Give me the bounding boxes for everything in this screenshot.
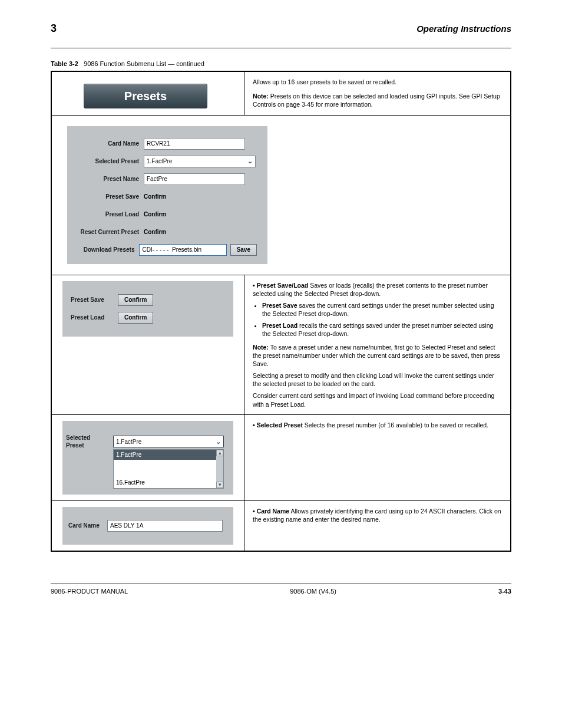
reset-preset-label: Reset Current Preset: [72, 228, 144, 236]
table-caption-title: 9086 Function Submenu List — continued: [84, 60, 204, 67]
card-name-input[interactable]: [144, 138, 245, 150]
footer-rule: [51, 584, 511, 584]
header-section-title: Operating Instructions: [416, 24, 511, 34]
note-text: Presets on this device can be selected a…: [253, 93, 500, 108]
note-para-0: To save a preset under a new name/number…: [253, 344, 500, 367]
note-label: Note:: [253, 93, 269, 100]
download-presets-input[interactable]: [139, 244, 226, 256]
preset-name-input[interactable]: [144, 173, 245, 185]
card-name-label: Card Name: [72, 140, 144, 148]
preset-save-label-2: Preset Save: [71, 296, 118, 304]
card-name-heading: • Card Name: [253, 508, 289, 515]
selected-preset-value-2: 1.FactPre: [116, 438, 213, 446]
header-rule: [51, 48, 511, 48]
function-table: Presets Allows up to 16 user presets to …: [51, 71, 511, 552]
selected-preset-dropdown[interactable]: 1.FactPre ⌄: [144, 156, 256, 167]
note-para-2: Consider current card settings and impac…: [253, 391, 502, 408]
note-label-2: Note:: [253, 344, 269, 351]
scroll-up-icon[interactable]: ▴: [216, 450, 223, 456]
presets-tab: Presets: [84, 84, 207, 108]
preset-save-confirm-button[interactable]: Confirm: [144, 191, 166, 203]
presets-panel: Card Name Selected Preset 1.FactPre ⌄ Pr…: [67, 126, 267, 264]
card-name-body: Allows privately identifying the card us…: [253, 508, 501, 523]
list-item-last[interactable]: 16.FactPre: [114, 477, 223, 488]
card-name-label-2: Card Name: [68, 522, 107, 530]
note-para-1: Selecting a preset to modify and then cl…: [253, 371, 502, 388]
footer-right: 3-43: [498, 588, 511, 595]
save-load-panel: Preset Save Confirm Preset Load Confirm: [62, 281, 233, 337]
download-presets-save-button[interactable]: Save: [230, 244, 257, 256]
reset-preset-confirm-button[interactable]: Confirm: [144, 226, 166, 238]
selected-preset-panel: Selected Preset 1.FactPre ⌄ 1.FactPre 16…: [62, 421, 233, 495]
card-name-panel: Card Name: [62, 507, 233, 545]
list-item-selected[interactable]: 1.FactPre: [114, 450, 223, 460]
selected-preset-label-2: Selected Preset: [66, 434, 113, 450]
selected-preset-body: Selects the preset number (of 16 availab…: [305, 421, 488, 429]
preset-name-label: Preset Name: [72, 175, 144, 183]
preset-load-confirm-button[interactable]: Confirm: [144, 209, 166, 220]
preset-load-confirm-button-2[interactable]: Confirm: [118, 312, 153, 324]
chevron-down-icon-2: ⌄: [213, 436, 223, 447]
selected-preset-label: Selected Preset: [72, 157, 144, 166]
presets-intro: Allows up to 16 user presets to be saved…: [253, 78, 502, 86]
bullet-preset-save: Preset Save saves the current card setti…: [262, 301, 502, 318]
selected-preset-heading: • Selected Preset: [253, 421, 303, 429]
selected-preset-listbox[interactable]: 1.FactPre 16.FactPre ▴ ▾: [113, 449, 224, 489]
footer-left: 9086-PRODUCT MANUAL: [51, 588, 128, 595]
save-load-heading: • Preset Save/Load: [253, 282, 308, 289]
preset-load-label: Preset Load: [72, 210, 144, 219]
chevron-down-icon: ⌄: [244, 156, 255, 167]
scroll-down-icon[interactable]: ▾: [216, 482, 223, 488]
table-caption-prefix: Table 3-2: [51, 60, 78, 67]
selected-preset-dropdown-2[interactable]: 1.FactPre ⌄: [113, 436, 224, 447]
footer-center: 9086-OM (V4.5): [290, 588, 336, 595]
listbox-scrollbar[interactable]: ▴ ▾: [216, 450, 223, 488]
selected-preset-value: 1.FactPre: [147, 157, 244, 166]
card-name-input-2[interactable]: [107, 520, 223, 532]
download-presets-label: Download Presets: [72, 246, 139, 254]
bullet-preset-load: Preset Load recalls the card settings sa…: [262, 321, 502, 338]
preset-save-label: Preset Save: [72, 193, 144, 201]
header-page-number: 3: [51, 22, 57, 34]
preset-save-confirm-button-2[interactable]: Confirm: [118, 294, 153, 306]
preset-load-label-2: Preset Load: [71, 314, 118, 322]
